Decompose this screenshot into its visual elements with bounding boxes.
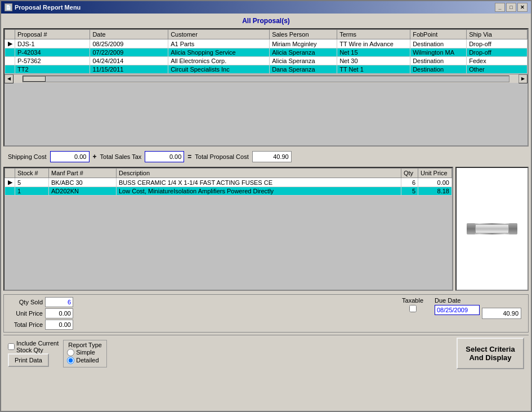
taxable-section: Taxable: [402, 297, 423, 330]
total-proposal-cost-label: Total Proposal Cost: [195, 153, 248, 160]
table-row[interactable]: P-42034 07/22/2009 Alicia Shopping Servi…: [5, 48, 527, 57]
total-price-input[interactable]: [45, 320, 73, 330]
total-price-label: Total Price: [6, 321, 43, 328]
table-row[interactable]: 1 AD202KN Low Cost, MiniatureIsolation A…: [5, 187, 452, 196]
taxable-checkbox[interactable]: [409, 305, 417, 312]
simple-radio[interactable]: [67, 349, 74, 356]
total-sales-tax-input[interactable]: [145, 151, 184, 162]
due-date-input[interactable]: [435, 305, 480, 315]
table-row[interactable]: ▶ 5 BK/ABC 30 BUSS CERAMIC 1/4 X 1-1/4 F…: [5, 178, 452, 187]
shipping-cost-label: Shipping Cost: [8, 153, 47, 160]
item-image-panel: [455, 167, 529, 291]
col-terms: Terms: [337, 30, 410, 39]
li-col-indicator: [5, 169, 15, 178]
ship-cell: Drop-off: [467, 48, 527, 57]
detailed-radio[interactable]: [67, 357, 74, 364]
proposal-num-cell: P-42034: [15, 48, 90, 57]
fuse-cap-left: [467, 223, 475, 234]
detail-total-input[interactable]: [482, 308, 521, 319]
li-manf-cell: AD202KN: [49, 187, 117, 196]
section-title: All Proposal(s): [3, 16, 529, 26]
minimize-button[interactable]: _: [495, 3, 505, 12]
customer-cell: All Electronics Corp.: [168, 57, 270, 65]
sales-person-cell: Dana Speranza: [270, 65, 337, 74]
customer-cell: A1 Parts: [168, 39, 270, 48]
unit-price-input[interactable]: [45, 308, 73, 318]
terms-cell: TT Wire in Advance: [337, 39, 410, 48]
shipping-cost-input[interactable]: [50, 151, 90, 162]
include-stock-qty-label[interactable]: Include CurrentStock Qty: [8, 340, 59, 353]
proposals-scrollbar-h[interactable]: ◀ ▶: [5, 74, 527, 83]
detail-section: Qty Sold Unit Price Total Price Taxable …: [3, 294, 529, 333]
detailed-label: Detailed: [76, 357, 99, 364]
bottom-section: Stock # Manf Part # Description Qty Unit…: [3, 167, 529, 291]
li-stock-cell: 1: [15, 187, 49, 196]
date-cell: 08/25/2009: [90, 39, 168, 48]
date-cell: 04/24/2014: [90, 57, 168, 65]
fuse-body: [475, 224, 509, 233]
table-row[interactable]: TT2 11/15/2011 Circuit Specialists Inc D…: [5, 65, 527, 74]
line-items-header: Stock # Manf Part # Description Qty Unit…: [5, 169, 452, 178]
plus-sign: +: [93, 153, 97, 161]
due-date-section: Due Date: [435, 297, 480, 330]
detail-left: Qty Sold Unit Price Total Price: [6, 297, 400, 330]
simple-label: Simple: [76, 349, 95, 356]
fob-cell: Wilmington MA: [410, 48, 467, 57]
select-criteria-button[interactable]: Select CriteriaAnd Display: [457, 338, 524, 369]
proposal-num-cell: DJS-1: [15, 39, 90, 48]
unit-price-label: Unit Price: [6, 310, 43, 317]
li-qty-cell: 6: [401, 178, 418, 187]
window-title: Proposal Report Menu: [15, 4, 81, 11]
date-cell: 11/15/2011: [90, 65, 168, 74]
col-date: Date: [90, 30, 168, 39]
qty-sold-label: Qty Sold: [6, 299, 43, 305]
proposals-table-inner: Proposal # Date Customer Sales Person Te…: [5, 29, 527, 74]
include-stock-qty-checkbox[interactable]: [8, 343, 15, 350]
proposals-table-header: Proposal # Date Customer Sales Person Te…: [5, 30, 527, 39]
equals-sign: =: [187, 153, 191, 161]
title-bar-controls: _ □ ✕: [495, 3, 527, 12]
table-row[interactable]: P-57362 04/24/2014 All Electronics Corp.…: [5, 57, 527, 65]
qty-sold-input[interactable]: [45, 297, 73, 307]
col-ship: Ship Via: [467, 30, 527, 39]
li-qty-cell: 5: [401, 187, 418, 196]
unit-price-row: Unit Price: [6, 308, 400, 318]
table-row[interactable]: ▶ DJS-1 08/25/2009 A1 Parts Miriam Mcgin…: [5, 39, 527, 48]
detailed-radio-row: Detailed: [67, 357, 103, 364]
scroll-right-arrow[interactable]: ▶: [518, 74, 527, 83]
proposals-table: Proposal # Date Customer Sales Person Te…: [5, 29, 527, 74]
summary-row: Shipping Cost + Total Sales Tax = Total …: [3, 149, 529, 165]
app-icon: 📄: [5, 3, 12, 11]
print-data-button[interactable]: Print Data: [8, 353, 49, 367]
customer-cell: Alicia Shopping Service: [168, 48, 270, 57]
proposals-table-container: Proposal # Date Customer Sales Person Te…: [3, 28, 529, 147]
scroll-track[interactable]: [23, 76, 509, 82]
bottom-bar: Include CurrentStock Qty Print Data Repo…: [3, 335, 529, 371]
li-indicator: ▶: [5, 178, 15, 187]
maximize-button[interactable]: □: [506, 3, 516, 12]
proposal-num-cell: TT2: [15, 65, 90, 74]
col-fob: FobPoint: [410, 30, 467, 39]
li-col-manf: Manf Part #: [49, 169, 117, 178]
select-criteria-label: Select CriteriaAnd Display: [466, 345, 515, 362]
proposals-tbody: ▶ DJS-1 08/25/2009 A1 Parts Miriam Mcgin…: [5, 39, 527, 74]
sales-person-cell: Miriam Mcginley: [270, 39, 337, 48]
col-sales-person: Sales Person: [270, 30, 337, 39]
col-proposal-num: Proposal #: [15, 30, 90, 39]
total-price-row: Total Price: [6, 320, 400, 330]
sales-person-cell: Alicia Speranza: [270, 57, 337, 65]
row-indicator: [5, 65, 15, 74]
li-price-cell: 8.18: [418, 187, 452, 196]
customer-cell: Circuit Specialists Inc: [168, 65, 270, 74]
fob-cell: Destination: [410, 57, 467, 65]
close-button[interactable]: ✕: [517, 3, 527, 12]
scroll-left-arrow[interactable]: ◀: [5, 74, 14, 83]
scroll-thumb[interactable]: [23, 76, 46, 82]
report-type-group: Report Type Simple Detailed: [63, 340, 107, 367]
total-sales-tax-label: Total Sales Tax: [100, 153, 142, 160]
ship-cell: Other: [467, 65, 527, 74]
line-items-tbody: ▶ 5 BK/ABC 30 BUSS CERAMIC 1/4 X 1-1/4 F…: [5, 178, 452, 196]
line-items-table-container: Stock # Manf Part # Description Qty Unit…: [3, 167, 453, 291]
total-proposal-cost-input[interactable]: [252, 151, 292, 162]
proposal-num-cell: P-57362: [15, 57, 90, 65]
